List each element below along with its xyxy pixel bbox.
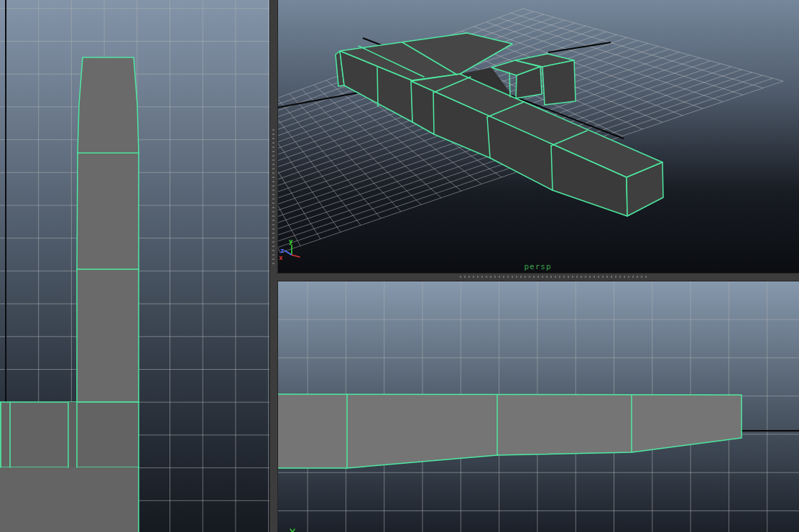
application-window: yzx persp (0, 0, 799, 532)
persp-canvas: yzx (277, 0, 799, 273)
persp-axis-indicator-label: y (289, 238, 293, 245)
persp-axis-indicator-label: x (279, 254, 283, 261)
divider-grip-icon (272, 129, 274, 266)
viewport-front-ortho[interactable] (0, 0, 269, 532)
viewport-side-ortho[interactable] (277, 280, 799, 532)
front-canvas (0, 0, 269, 532)
viewport-divider-vertical[interactable] (269, 0, 278, 532)
viewport-perspective[interactable]: yzx persp (277, 0, 799, 273)
side-canvas (277, 280, 799, 532)
divider-grip-icon (460, 276, 647, 278)
viewport-divider-horizontal[interactable] (277, 273, 799, 281)
persp-axis-indicator-label: z (280, 247, 284, 254)
